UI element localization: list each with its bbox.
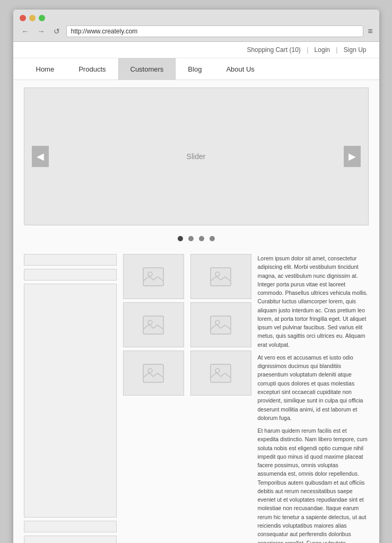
image-5 [190, 302, 251, 347]
nav-item-products[interactable]: Products [66, 58, 118, 80]
slider-dot-4[interactable] [210, 236, 215, 241]
minimize-button[interactable] [29, 15, 36, 21]
address-bar[interactable] [66, 25, 364, 37]
text-box-1 [24, 254, 117, 266]
slider-next-button[interactable]: ▶ [344, 146, 361, 167]
nav-item-blog[interactable]: Blog [176, 58, 214, 80]
slider-prev-button[interactable]: ◀ [32, 146, 49, 167]
nav-item-about[interactable]: About Us [214, 58, 266, 80]
browser-titlebar: ← → ↺ ≡ [13, 10, 379, 42]
refresh-button[interactable]: ↺ [51, 26, 62, 37]
svg-rect-2 [143, 316, 163, 334]
svg-rect-10 [211, 364, 231, 382]
image-4 [190, 254, 251, 299]
signup-link[interactable]: Sign Up [344, 46, 367, 54]
slider: ◀ Slider ▶ [24, 87, 369, 225]
login-link[interactable]: Login [315, 46, 330, 54]
browser-toolbar: ← → ↺ ≡ [20, 25, 373, 37]
maximize-button[interactable] [39, 15, 45, 21]
paragraph-1: Lorem ipsum dolor sit amet, consectetur … [258, 254, 369, 349]
content-grid: Lorem ipsum dolor sit amet, consectetur … [24, 254, 369, 543]
nav-bar: Home Products Customers Blog About Us [13, 58, 379, 80]
shopping-cart-link[interactable]: Shopping Cart (10) [247, 46, 300, 54]
right-text-column: Lorem ipsum dolor sit amet, consectetur … [258, 254, 369, 543]
svg-rect-4 [143, 364, 163, 382]
forward-button[interactable]: → [36, 26, 47, 37]
text-box-2 [24, 269, 117, 281]
text-box-4 [24, 521, 117, 532]
paragraph-3: Et harum quidem rerum facilis est et exp… [258, 426, 369, 543]
main-content: ◀ Slider ▶ [13, 80, 379, 543]
close-button[interactable] [20, 15, 26, 21]
left-text-column [24, 254, 117, 543]
browser-window: ← → ↺ ≡ Shopping Cart (10) | Login | Sig… [13, 10, 379, 543]
paragraph-2: At vero eos et accusamus et iusto odio d… [258, 353, 369, 422]
slider-dot-3[interactable] [199, 236, 204, 241]
slider-label: Slider [187, 152, 206, 161]
browser-menu-icon[interactable]: ≡ [368, 27, 372, 36]
svg-rect-0 [143, 268, 163, 286]
nav-item-home[interactable]: Home [24, 58, 67, 80]
image-3 [123, 351, 184, 396]
slider-dot-1[interactable] [178, 236, 183, 241]
image-2 [123, 302, 184, 347]
top-bar: Shopping Cart (10) | Login | Sign Up [13, 42, 379, 58]
svg-rect-8 [211, 316, 231, 334]
image-1 [123, 254, 184, 299]
back-button[interactable]: ← [20, 26, 31, 37]
separator-1: | [307, 46, 308, 54]
image-6 [190, 351, 251, 396]
slider-dot-2[interactable] [188, 236, 194, 241]
window-controls [20, 15, 373, 21]
slider-dots [24, 232, 369, 246]
image-col-2 [190, 254, 251, 543]
nav-item-customers[interactable]: Customers [118, 58, 176, 80]
svg-rect-6 [211, 268, 231, 286]
page-content: Shopping Cart (10) | Login | Sign Up Hom… [13, 42, 379, 543]
text-box-5 [24, 536, 117, 543]
separator-2: | [336, 46, 337, 54]
text-box-3 [24, 284, 117, 518]
image-col-1 [123, 254, 184, 543]
